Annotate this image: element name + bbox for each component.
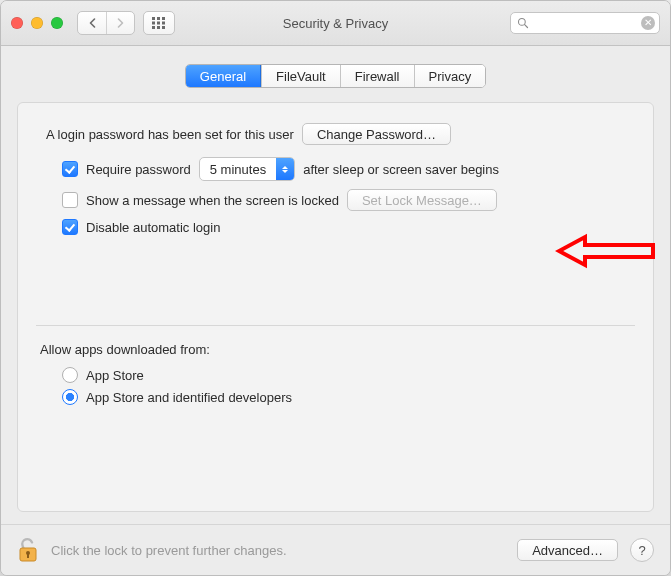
radio-button[interactable] bbox=[62, 389, 78, 405]
require-password-row: Require password 5 minutes after sleep o… bbox=[62, 157, 635, 181]
password-set-row: A login password has been set for this u… bbox=[46, 123, 635, 145]
allow-apps-heading: Allow apps downloaded from: bbox=[40, 342, 635, 357]
password-set-label: A login password has been set for this u… bbox=[46, 127, 294, 142]
disable-auto-login-checkbox[interactable] bbox=[62, 219, 78, 235]
tab-bar: General FileVault Firewall Privacy bbox=[185, 64, 486, 88]
svg-line-10 bbox=[525, 25, 528, 28]
require-password-delay-select[interactable]: 5 minutes bbox=[199, 157, 295, 181]
footer: Click the lock to prevent further change… bbox=[1, 524, 670, 575]
search-field-wrap: ✕ bbox=[510, 12, 660, 34]
select-value: 5 minutes bbox=[200, 162, 276, 177]
tab-filevault[interactable]: FileVault bbox=[261, 65, 340, 87]
disable-auto-login-row: Disable automatic login bbox=[62, 219, 635, 235]
svg-rect-1 bbox=[157, 17, 160, 20]
show-message-checkbox[interactable] bbox=[62, 192, 78, 208]
advanced-button[interactable]: Advanced… bbox=[517, 539, 618, 561]
titlebar: Security & Privacy ✕ bbox=[1, 1, 670, 46]
tab-privacy[interactable]: Privacy bbox=[414, 65, 486, 87]
tab-label: Firewall bbox=[355, 69, 400, 84]
section-divider bbox=[36, 325, 635, 326]
svg-rect-0 bbox=[152, 17, 155, 20]
search-input[interactable] bbox=[510, 12, 660, 34]
grid-icon bbox=[152, 17, 166, 29]
tab-label: FileVault bbox=[276, 69, 326, 84]
forward-button[interactable] bbox=[106, 12, 134, 34]
help-button[interactable]: ? bbox=[630, 538, 654, 562]
search-icon bbox=[517, 17, 529, 29]
pane-body: General FileVault Firewall Privacy A log… bbox=[1, 46, 670, 524]
annotation-arrow-icon bbox=[555, 231, 655, 271]
preferences-window: Security & Privacy ✕ General FileVault F… bbox=[0, 0, 671, 576]
radio-label: App Store and identified developers bbox=[86, 390, 292, 405]
window-controls bbox=[11, 17, 63, 29]
svg-rect-7 bbox=[157, 26, 160, 29]
radio-button[interactable] bbox=[62, 367, 78, 383]
svg-rect-2 bbox=[162, 17, 165, 20]
disable-auto-login-label: Disable automatic login bbox=[86, 220, 220, 235]
allow-apps-option-identified[interactable]: App Store and identified developers bbox=[62, 389, 635, 405]
svg-rect-5 bbox=[162, 22, 165, 25]
tab-general[interactable]: General bbox=[186, 65, 261, 87]
require-password-checkbox[interactable] bbox=[62, 161, 78, 177]
nav-back-forward bbox=[77, 11, 135, 35]
general-group: A login password has been set for this u… bbox=[17, 102, 654, 512]
lock-icon[interactable] bbox=[17, 537, 39, 563]
svg-rect-3 bbox=[152, 22, 155, 25]
minimize-window[interactable] bbox=[31, 17, 43, 29]
zoom-window[interactable] bbox=[51, 17, 63, 29]
radio-label: App Store bbox=[86, 368, 144, 383]
show-message-row: Show a message when the screen is locked… bbox=[62, 189, 635, 211]
svg-rect-6 bbox=[152, 26, 155, 29]
stepper-icon bbox=[276, 158, 294, 180]
close-window[interactable] bbox=[11, 17, 23, 29]
lock-description: Click the lock to prevent further change… bbox=[51, 543, 287, 558]
allow-apps-option-appstore[interactable]: App Store bbox=[62, 367, 635, 383]
svg-rect-13 bbox=[27, 554, 29, 558]
svg-rect-8 bbox=[162, 26, 165, 29]
back-button[interactable] bbox=[78, 12, 106, 34]
tab-label: Privacy bbox=[429, 69, 472, 84]
require-password-label-before: Require password bbox=[86, 162, 191, 177]
clear-search-button[interactable]: ✕ bbox=[641, 16, 655, 30]
set-lock-message-button: Set Lock Message… bbox=[347, 189, 497, 211]
change-password-button[interactable]: Change Password… bbox=[302, 123, 451, 145]
tab-label: General bbox=[200, 69, 246, 84]
show-message-label: Show a message when the screen is locked bbox=[86, 193, 339, 208]
svg-rect-4 bbox=[157, 22, 160, 25]
tab-firewall[interactable]: Firewall bbox=[340, 65, 414, 87]
require-password-label-after: after sleep or screen saver begins bbox=[303, 162, 499, 177]
allow-apps-section: Allow apps downloaded from: App Store Ap… bbox=[36, 325, 635, 405]
show-all-button[interactable] bbox=[143, 11, 175, 35]
